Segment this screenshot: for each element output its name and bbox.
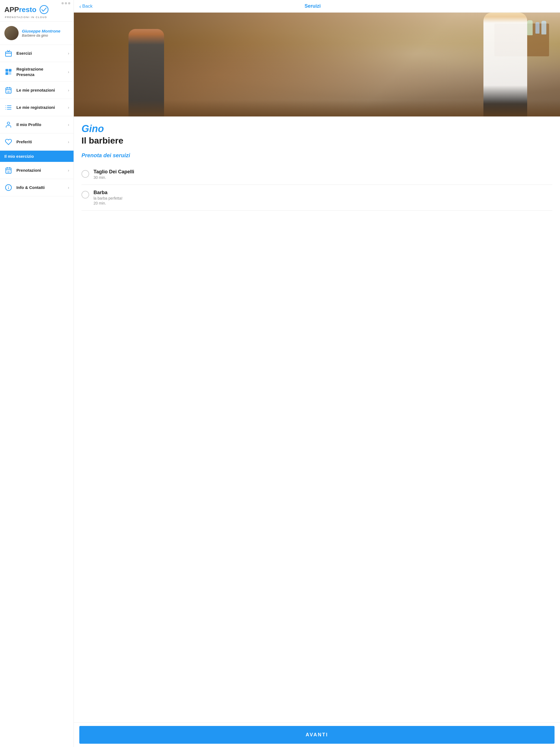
list-icon (4, 103, 12, 111)
logo-dot-1 (61, 2, 64, 4)
sidebar-item-label-prenotazioni-esercizio: Prenotazioni (17, 168, 64, 173)
avatar (4, 26, 19, 40)
sidebar-item-registrazioni[interactable]: Le mie registrazioni › (0, 99, 74, 116)
sidebar-item-label-prenotazioni-mie: Le mie prenotazioni (17, 87, 64, 93)
logo-app: APP (4, 5, 19, 14)
user-name: Giuseppe Montrone (22, 29, 60, 33)
service-item-barba[interactable]: Barba la barba perfetta! 20 min. (81, 185, 552, 210)
chevron-right-icon-7: › (68, 168, 69, 173)
service-name-taglio: Taglio Dei Capelli (94, 169, 134, 175)
svg-point-29 (7, 122, 10, 124)
service-item-taglio[interactable]: Taglio Dei Capelli 30 min. (81, 164, 552, 185)
section-subtitle: Prenota dei seruizi (81, 152, 552, 159)
logo-subtitle: PRENOTAZIONI IN CLOUD (5, 16, 49, 19)
sidebar-item-info-contatti[interactable]: Info & Contatti › (0, 179, 74, 196)
bottom-bar: AVANTI (74, 722, 560, 747)
shop-name-italic: Gino (81, 123, 552, 134)
chevron-right-icon-8: › (68, 185, 69, 190)
logo-text: APPresto (4, 5, 49, 15)
info-icon (4, 183, 12, 192)
service-desc-barba: la barba perfetta! (94, 196, 123, 200)
chevron-right-icon-5: › (68, 123, 69, 127)
person-icon (4, 121, 12, 129)
avanti-button[interactable]: AVANTI (79, 726, 555, 744)
sidebar-nav: Esercizi › RegistrazionePresenza › (0, 45, 74, 747)
hero-scene (74, 12, 560, 117)
logo-presto: resto (19, 5, 36, 14)
sidebar-item-prenotazioni-esercizio[interactable]: 22 Prenotazioni › (0, 162, 74, 179)
sidebar-user: Giuseppe Montrone Barbiere da gino (0, 22, 74, 45)
service-duration-barba: 20 min. (94, 201, 123, 205)
svg-rect-1 (5, 52, 11, 56)
qrcode-icon (4, 68, 12, 76)
service-name-barba: Barba (94, 190, 123, 196)
sidebar-item-label-registrazioni: Le mie registrazioni (17, 105, 64, 110)
page-title: Seruizi (305, 3, 321, 9)
sidebar: APPresto PRENOTAZIONI IN CLOUD Giuseppe … (0, 0, 74, 747)
logo-dot-3 (68, 2, 70, 4)
content-body: Gino Il barbiere Prenota dei seruizi Tag… (74, 117, 560, 722)
main-content: ‹ Back Seruizi Gino Il barbiere Prenota (74, 0, 560, 747)
svg-text:22: 22 (7, 91, 9, 93)
user-subtitle: Barbiere da gino (22, 33, 60, 37)
back-chevron-icon: ‹ (79, 4, 81, 9)
svg-rect-6 (6, 70, 7, 71)
back-label: Back (82, 4, 93, 9)
sidebar-logo: APPresto PRENOTAZIONI IN CLOUD (0, 0, 74, 22)
hero-image (74, 12, 560, 117)
service-info-barba: Barba la barba perfetta! 20 min. (94, 190, 123, 205)
sidebar-item-esercizi[interactable]: Esercizi › (0, 45, 74, 62)
service-info-taglio: Taglio Dei Capelli 30 min. (94, 169, 134, 180)
chevron-right-icon-4: › (68, 105, 69, 110)
section-label: Il mio esercizio (0, 151, 74, 162)
svg-text:22: 22 (7, 171, 9, 173)
chevron-right-icon-3: › (68, 88, 69, 93)
svg-rect-7 (9, 70, 10, 71)
chevron-right-icon-6: › (68, 140, 69, 144)
top-nav: ‹ Back Seruizi (74, 0, 560, 12)
chevron-right-icon: › (68, 51, 69, 55)
heart-icon (4, 138, 12, 146)
sidebar-item-label-preferiti: Preferiti (17, 139, 64, 145)
service-radio-barba[interactable] (81, 191, 89, 199)
calendar2-icon: 22 (4, 166, 12, 175)
logo-check-icon (40, 5, 49, 14)
logo-dot-2 (65, 2, 67, 4)
shop-name-bold: Il barbiere (81, 136, 552, 146)
service-radio-taglio[interactable] (81, 170, 89, 178)
svg-rect-8 (6, 73, 7, 74)
sidebar-item-label-esercizi: Esercizi (17, 51, 64, 56)
back-button[interactable]: ‹ Back (79, 4, 93, 9)
service-duration-taglio: 30 min. (94, 175, 134, 180)
service-list: Taglio Dei Capelli 30 min. Barba la barb… (81, 164, 552, 210)
sidebar-item-prenotazioni[interactable]: 22 Le mie prenotazioni › (0, 82, 74, 99)
store-icon (4, 49, 12, 57)
sidebar-item-registrazione-presenza[interactable]: RegistrazionePresenza › (0, 62, 74, 82)
chevron-right-icon-2: › (68, 70, 69, 74)
sidebar-item-label-profilo: Il mio Profilo (17, 122, 64, 127)
sidebar-item-label-info: Info & Contatti (17, 185, 64, 190)
sidebar-item-preferiti[interactable]: Preferiti › (0, 133, 74, 151)
sidebar-item-label-registrazione: RegistrazionePresenza (17, 67, 64, 77)
svg-point-0 (40, 5, 48, 14)
user-info: Giuseppe Montrone Barbiere da gino (22, 29, 60, 37)
sidebar-item-profilo[interactable]: Il mio Profilo › (0, 116, 74, 133)
calendar-icon: 22 (4, 86, 12, 94)
